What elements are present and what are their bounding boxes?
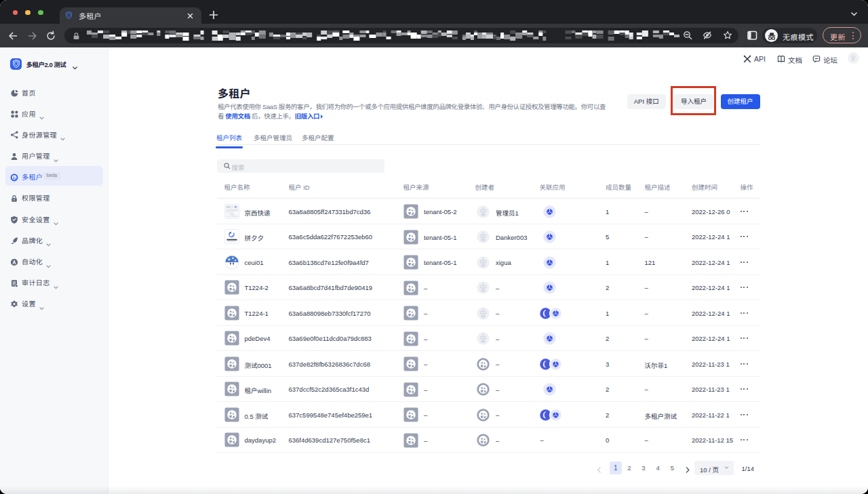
sidebar-item-apps[interactable]: 应用	[5, 103, 103, 123]
tenant-name: 京西快递	[245, 208, 271, 218]
back-arrow	[7, 30, 18, 41]
creator-avatar	[476, 255, 490, 270]
nav-api-link[interactable]: API	[743, 53, 769, 64]
address-bar[interactable]	[64, 28, 738, 44]
page-total: 1/14	[742, 465, 755, 472]
browser-menu-dots-icon[interactable]	[852, 32, 854, 41]
row-actions[interactable]	[741, 411, 749, 415]
linked-apps: –	[540, 407, 580, 422]
nav-docs-link[interactable]: 文档	[777, 53, 804, 64]
api-button[interactable]: API 接口	[627, 94, 667, 109]
tab-tenant-admins[interactable]: 多租户管理员	[254, 133, 292, 142]
forward-icon[interactable]	[27, 30, 38, 41]
zoom-out-icon[interactable]	[683, 30, 692, 40]
table-row[interactable]: T1224-1 63a6a88098eb7330fcf17270 – –	[217, 300, 760, 326]
more-actions-icon[interactable]	[741, 233, 749, 237]
new-tab-button[interactable]	[207, 8, 220, 22]
tenant-id: 637dccf52c2d365ca3f1c43d	[289, 386, 370, 393]
page-4-button[interactable]: 4	[652, 461, 664, 475]
creator-avatar	[476, 382, 490, 396]
nav-forum-link[interactable]: 论坛	[812, 53, 840, 64]
table-row[interactable]: ceui01 63a6b138cd7e12fe0f9a4fd7 tenant-0…	[217, 249, 760, 275]
tab-tenant-config[interactable]: 多租户配置	[302, 133, 334, 142]
sidebar-item-auto[interactable]: 自动化	[5, 251, 103, 270]
sidebar-item-user[interactable]: 用户管理	[5, 145, 103, 165]
search-input[interactable]: 搜索	[217, 159, 384, 173]
window-minimize-button[interactable]	[25, 10, 31, 16]
sidebar-item-shield[interactable]: 安全设置	[5, 209, 103, 228]
more-actions-icon[interactable]	[741, 335, 749, 339]
member-count: 1	[606, 259, 609, 266]
sidebar-item-label: 设置	[22, 298, 36, 308]
sidebar-item-tenant[interactable]: 多租户beta	[5, 166, 103, 186]
sidebar-item-lock[interactable]: 权限管理	[5, 187, 103, 207]
eye-slash-icon[interactable]	[703, 30, 712, 40]
member-count: 0	[606, 436, 609, 444]
side-panel-icon[interactable]	[747, 30, 757, 41]
table-row[interactable]: 测试0001 637de82f8fb6326836c7dc68 – –	[217, 351, 760, 377]
app-cube	[542, 331, 557, 346]
page-2-button[interactable]: 2	[623, 461, 635, 475]
window-zoom-button[interactable]	[38, 10, 43, 16]
page-1-button[interactable]: 1	[610, 461, 623, 475]
sidebar-item-brush[interactable]: 品牌化	[5, 230, 103, 249]
row-actions[interactable]	[741, 208, 749, 212]
table-row[interactable]: 拼夕夕 63a6c5dda622f7672253eb60 tenant-05-1…	[217, 224, 760, 250]
page-size-select[interactable]: 10 / 页	[694, 461, 734, 475]
chevron-down-icon	[850, 9, 859, 18]
table-row[interactable]: pdeDev4 63a69e0f0e11dcd0a79dc883 – –	[217, 326, 760, 352]
row-actions[interactable]	[741, 436, 749, 440]
chrome-update-button[interactable]: 更新	[823, 27, 861, 43]
table-row[interactable]: 京西快递 63a8a8805ff247331bd7cd36 tenant-05-…	[217, 199, 760, 224]
page-3-button[interactable]: 3	[637, 461, 650, 475]
bookmark-star-icon[interactable]	[723, 30, 732, 40]
table-row[interactable]: daydayup2 636f4d639cd127e750f5e8c1 – –	[217, 428, 760, 453]
tab-close-icon[interactable]	[186, 11, 195, 20]
prev-page-icon[interactable]	[597, 464, 601, 472]
reload-icon[interactable]	[45, 30, 56, 41]
next-page-icon[interactable]	[686, 464, 690, 472]
more-actions-icon[interactable]	[741, 284, 749, 288]
page-5-button[interactable]: 5	[666, 461, 678, 475]
member-count: 5	[606, 233, 609, 241]
row-actions[interactable]	[741, 259, 749, 263]
row-actions[interactable]	[741, 233, 749, 237]
more-actions-icon[interactable]	[741, 386, 749, 390]
more-actions-icon[interactable]	[741, 361, 749, 365]
tabstrip-chevron-down-icon[interactable]	[850, 9, 859, 18]
tenant-logo-pinxixi	[224, 229, 239, 244]
sidebar: 多租户2.0 测试 首页应用身份源管理用户管理多租户beta权限管理安全设置品牌…	[0, 47, 108, 494]
tenant-desc: –	[645, 386, 648, 393]
sidebar-item-gear[interactable]: 设置	[5, 293, 103, 312]
desc-line-2-mid: 后，快速上手。	[252, 112, 295, 120]
shield-favicon	[64, 11, 73, 20]
more-actions-icon[interactable]	[741, 436, 749, 440]
row-actions[interactable]	[741, 386, 749, 390]
legacy-link[interactable]: 旧版入口	[295, 112, 323, 120]
more-actions-icon[interactable]	[741, 310, 749, 314]
row-actions[interactable]	[741, 310, 749, 314]
row-actions[interactable]	[741, 361, 749, 365]
tab-tenant-list[interactable]: 租户列表	[216, 133, 242, 142]
docs-link[interactable]: 使用文档	[225, 112, 250, 120]
back-icon[interactable]	[7, 30, 18, 41]
creator-avatar	[476, 205, 490, 219]
table-row[interactable]: T1224-2 63a6a8bcd7d41fbd7de90419 – –	[217, 275, 760, 301]
row-actions[interactable]	[741, 335, 749, 339]
table-row[interactable]: 租户willin 637dccf52c2d365ca3f1c43d – –	[217, 377, 760, 403]
creator-name: –	[496, 335, 499, 343]
sidebar-item-home[interactable]: 首页	[5, 82, 103, 102]
app-icon	[542, 331, 557, 346]
more-actions-icon[interactable]	[741, 208, 749, 212]
row-actions[interactable]	[741, 284, 749, 288]
user-avatar[interactable]	[848, 52, 860, 64]
create-tenant-button[interactable]: 创建租户	[721, 94, 760, 109]
sidebar-item-audit[interactable]: 审计日志	[5, 272, 103, 291]
more-actions-icon[interactable]	[741, 411, 749, 415]
table-row[interactable]: 0.5 测试 637c599548e745ef4be259e1 – –	[217, 402, 760, 428]
more-actions-icon[interactable]	[741, 259, 749, 263]
browser-tab[interactable]: 多租户	[60, 7, 201, 24]
window-close-button[interactable]	[13, 10, 18, 16]
sidebar-item-share[interactable]: 身份源管理	[5, 124, 103, 144]
lock-icon	[10, 193, 18, 201]
